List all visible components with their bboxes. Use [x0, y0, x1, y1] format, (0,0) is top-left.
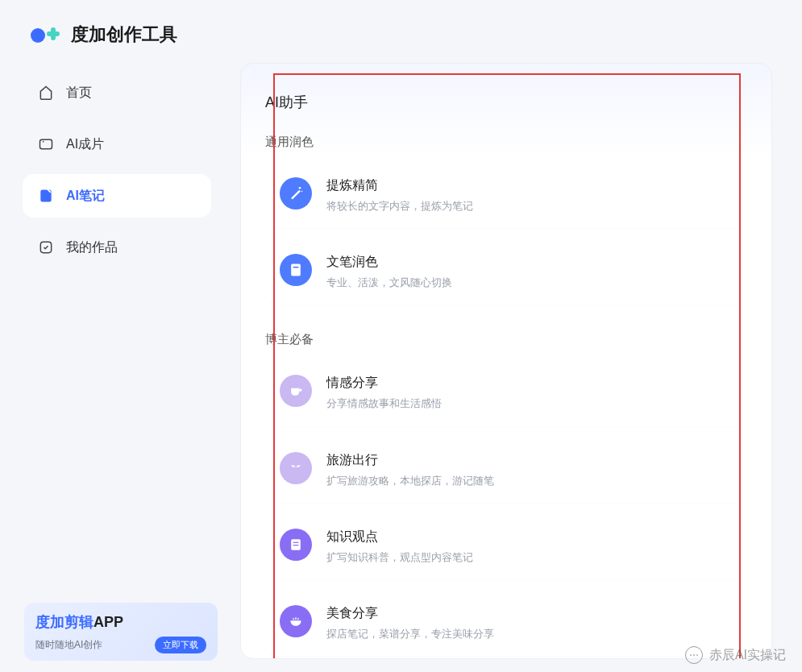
works-icon — [37, 239, 55, 256]
card-title: 文笔润色 — [326, 254, 733, 271]
doc-icon — [280, 254, 312, 286]
svg-point-0 — [31, 28, 45, 43]
notes-icon — [37, 187, 55, 205]
panel-title: AI助手 — [265, 93, 747, 112]
logo-icon — [29, 24, 63, 45]
sidebar-item-label: 我的作品 — [66, 239, 118, 256]
card-desc: 探店笔记，菜谱分享，专注美味分享 — [326, 627, 733, 641]
feature-card-refine[interactable]: 提炼精简 将较长的文字内容，提炼为笔记 — [265, 163, 747, 228]
feature-card-polish[interactable]: 文笔润色 专业、活泼，文风随心切换 — [265, 239, 747, 305]
card-title: 提炼精简 — [326, 177, 733, 194]
watermark-text: 赤辰AI实操记 — [709, 647, 786, 664]
bowl-icon — [280, 605, 312, 637]
svg-rect-9 — [293, 267, 299, 268]
sidebar-item-works[interactable]: 我的作品 — [23, 226, 211, 269]
promo-subtitle: 随时随地AI创作 — [35, 638, 102, 652]
app-title: 度加创作工具 — [71, 23, 177, 47]
sidebar-item-label: AI笔记 — [66, 188, 105, 205]
promo-card[interactable]: 度加剪辑APP 随时随地AI创作 立即下载 — [24, 603, 218, 661]
svg-rect-8 — [291, 264, 301, 276]
watermark: ⋯ 赤辰AI实操记 — [685, 646, 786, 664]
svg-rect-2 — [51, 27, 56, 40]
wand-icon — [280, 177, 312, 209]
home-icon — [37, 84, 55, 102]
card-desc: 专业、活泼，文风随心切换 — [326, 276, 733, 290]
feature-card-travel[interactable]: 旅游出行 扩写旅游攻略，本地探店，游记随笔 — [265, 438, 747, 503]
card-desc: 分享情感故事和生活感悟 — [326, 396, 733, 411]
wechat-icon: ⋯ — [685, 646, 703, 664]
feature-card-emotion[interactable]: 情感分享 分享情感故事和生活感悟 — [265, 360, 747, 425]
main-panel: AI助手 通用润色 提炼精简 将较长的文字内容，提炼为笔记 — [240, 63, 772, 659]
feature-card-food[interactable]: 美食分享 探店笔记，菜谱分享，专注美味分享 — [265, 591, 747, 656]
sidebar-item-label: AI成片 — [66, 136, 104, 153]
sidebar-item-label: 首页 — [66, 85, 92, 102]
svg-point-6 — [299, 187, 301, 189]
card-title: 情感分享 — [326, 375, 733, 392]
sidebar: 首页 AI成片 AI笔记 我的作品 — [0, 63, 226, 285]
promo-title: 度加剪辑APP — [35, 612, 206, 632]
card-desc: 扩写旅游攻略，本地探店，游记随笔 — [326, 474, 733, 488]
sidebar-item-video[interactable]: AI成片 — [23, 122, 211, 166]
card-title: 知识观点 — [326, 529, 733, 545]
cup-icon — [280, 375, 312, 407]
app-header: 度加创作工具 — [0, 0, 802, 63]
card-desc: 扩写知识科普，观点型内容笔记 — [326, 550, 733, 565]
card-title: 美食分享 — [326, 605, 733, 622]
svg-rect-12 — [293, 545, 299, 545]
page-icon — [280, 529, 312, 561]
section-title-general: 通用润色 — [265, 135, 747, 150]
svg-point-7 — [301, 191, 303, 193]
video-icon — [37, 135, 55, 153]
svg-rect-11 — [293, 541, 299, 542]
card-title: 旅游出行 — [326, 452, 733, 469]
sidebar-item-notes[interactable]: AI笔记 — [23, 174, 211, 218]
palm-icon — [280, 452, 312, 484]
section-title-blogger: 博主必备 — [265, 332, 747, 347]
promo-download-button[interactable]: 立即下载 — [155, 637, 206, 653]
card-desc: 将较长的文字内容，提炼为笔记 — [326, 199, 733, 214]
svg-rect-3 — [40, 139, 52, 149]
feature-card-knowledge[interactable]: 知识观点 扩写知识科普，观点型内容笔记 — [265, 514, 747, 579]
sidebar-item-home[interactable]: 首页 — [23, 71, 211, 114]
